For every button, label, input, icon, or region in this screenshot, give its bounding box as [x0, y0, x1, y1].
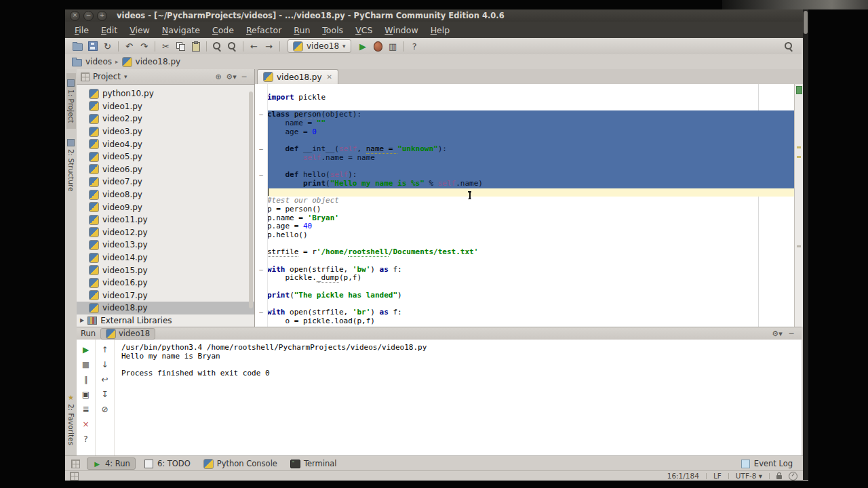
line-ending-indicator[interactable]: LF	[713, 472, 722, 480]
warning-tick[interactable]	[797, 156, 801, 158]
code-line[interactable]: −class person(object):	[255, 110, 803, 119]
window-scrollbar[interactable]	[803, 9, 808, 480]
scrollbar-thumb[interactable]	[804, 11, 808, 34]
synchronize-icon[interactable]: ↻	[100, 39, 115, 53]
encoding-indicator[interactable]: UTF-8 ▾	[736, 472, 762, 480]
strip-tab-1-Project[interactable]: 1: Project	[66, 73, 76, 129]
code-line[interactable]: strfile = r'/home/rootshell/Documents/te…	[255, 248, 803, 257]
titlebar[interactable]: ×−+ videos - [~/PycharmProjects/videos] …	[65, 9, 808, 22]
tree-item-video16-py[interactable]: video16.py	[77, 277, 254, 289]
maximize-button[interactable]: +	[97, 11, 107, 21]
toolwindow-button-Terminal[interactable]: Terminal	[286, 458, 342, 469]
menu-code[interactable]: Code	[206, 23, 240, 37]
tree-item-video2-py[interactable]: video2.py	[77, 113, 254, 125]
debug-icon[interactable]	[371, 39, 385, 53]
code-line[interactable]: age = 0	[255, 128, 803, 137]
menu-navigate[interactable]: Navigate	[156, 23, 206, 37]
menu-help[interactable]: Help	[425, 23, 456, 37]
open-icon[interactable]	[71, 39, 85, 53]
pause-output-icon[interactable]: ∥	[79, 373, 93, 386]
code-line[interactable]: o = pickle.load(p,f)	[255, 317, 803, 326]
tree-item-video5-py[interactable]: video5.py	[77, 150, 254, 163]
forward-icon[interactable]: →	[262, 39, 276, 53]
save-all-icon[interactable]	[85, 39, 100, 53]
soft-wrap-icon[interactable]: ↩	[98, 373, 112, 386]
menu-window[interactable]: Window	[378, 23, 424, 37]
project-tree-scrollbar[interactable]	[249, 92, 253, 308]
back-icon[interactable]: ←	[247, 39, 261, 53]
breadcrumb-videos[interactable]: videos	[72, 57, 112, 66]
tree-item-video4-py[interactable]: video4.py	[77, 138, 254, 150]
menu-run[interactable]: Run	[288, 23, 316, 37]
inspections-profile-icon[interactable]	[789, 472, 797, 481]
tree-item-video14-py[interactable]: video14.py	[77, 251, 254, 264]
tree-item-video11-py[interactable]: video11.py	[77, 214, 254, 226]
run-configuration-select[interactable]: video18 ▾	[288, 39, 351, 53]
close-button[interactable]: ×	[70, 11, 80, 21]
tree-item-video17-py[interactable]: video17.py	[77, 289, 254, 302]
editor-tab-video18[interactable]: video18.py ✕	[257, 69, 338, 84]
tree-item-video3-py[interactable]: video3.py	[77, 125, 254, 138]
code-line[interactable]: print("The pickle has landed")	[255, 291, 803, 300]
tree-item-video18-py[interactable]: video18.py	[77, 302, 254, 314]
fold-marker-icon[interactable]: −	[255, 266, 267, 274]
replace-icon[interactable]	[225, 39, 239, 53]
project-panel-title-group[interactable]: Project ▾	[81, 72, 127, 81]
undo-icon[interactable]: ↶	[122, 39, 136, 53]
project-tree[interactable]: python10.pyvideo1.pyvideo2.pyvideo3.pyvi…	[77, 85, 254, 329]
caret-position[interactable]: 16:1/184	[667, 472, 699, 480]
tree-item-video15-py[interactable]: video15.py	[77, 264, 254, 277]
paste-icon[interactable]	[189, 39, 203, 53]
code-line[interactable]: name = ""	[255, 119, 803, 128]
rerun-icon[interactable]: ▶	[79, 343, 93, 356]
code-line[interactable]: pickle._dump(p,f)	[255, 274, 803, 283]
code-line[interactable]: import pickle	[255, 94, 803, 102]
find-icon[interactable]	[210, 39, 224, 53]
close-icon[interactable]: ×	[79, 418, 93, 430]
fold-marker-icon[interactable]: −	[255, 308, 267, 317]
settings-gear-icon[interactable]: ⚙▾	[225, 70, 237, 83]
strip-tab-2-Favorites[interactable]: ★2: Favorites	[66, 388, 76, 451]
run-icon[interactable]: ▶	[356, 39, 370, 53]
tree-item-video12-py[interactable]: video12.py	[77, 226, 254, 239]
redo-icon[interactable]: ↷	[137, 39, 151, 53]
search-everywhere-icon[interactable]	[782, 39, 796, 53]
tree-item-python10-py[interactable]: python10.py	[77, 87, 254, 100]
up-stack-trace-icon[interactable]: ↑	[98, 343, 112, 356]
coverage-icon[interactable]: ▥	[386, 39, 400, 53]
minimize-icon[interactable]: −	[785, 329, 797, 339]
print-icon[interactable]: ≣	[79, 403, 93, 415]
menu-tools[interactable]: Tools	[316, 23, 349, 37]
tool-window-switcher-icon[interactable]	[68, 457, 83, 470]
hide-panel-icon[interactable]: −	[238, 70, 250, 83]
code-editor[interactable]: import pickle−class person(object): name…	[255, 84, 803, 327]
toolwindow-button-Python-Console[interactable]: Python Console	[199, 458, 282, 469]
close-tab-icon[interactable]: ✕	[327, 73, 332, 81]
error-stripe[interactable]	[794, 84, 803, 327]
tree-item-video9-py[interactable]: video9.py	[77, 201, 254, 214]
toolwindow-button-6-TODO[interactable]: 6: TODO	[140, 458, 195, 469]
code-line[interactable]: #test our object	[255, 197, 803, 205]
tree-item-video1-py[interactable]: video1.py	[77, 100, 254, 113]
tree-item-external-libraries[interactable]: ▶External Libraries	[77, 314, 254, 327]
tree-item-video8-py[interactable]: video8.py	[77, 188, 254, 201]
minimize-button[interactable]: −	[83, 11, 94, 21]
tree-item-video7-py[interactable]: video7.py	[77, 176, 254, 188]
fold-marker-icon[interactable]: −	[255, 145, 267, 154]
statusbar-toggle-icon[interactable]	[69, 472, 79, 480]
stop-icon[interactable]: ■	[79, 358, 93, 371]
code-line[interactable]: p.hello()	[255, 231, 803, 240]
menu-refactor[interactable]: Refactor	[240, 23, 288, 37]
code-line[interactable]: print("Hello my name is %s" % self.name)	[255, 180, 803, 188]
code-line[interactable]: p.age = 40	[255, 222, 803, 231]
tree-item-video6-py[interactable]: video6.py	[77, 163, 254, 176]
menu-view[interactable]: View	[123, 23, 156, 37]
settings-gear-icon[interactable]: ⚙▾	[771, 329, 783, 339]
breadcrumb-video18-py[interactable]: video18.py	[122, 57, 181, 67]
code-line[interactable]: self.name = name	[255, 154, 803, 163]
lock-icon[interactable]	[776, 475, 782, 479]
toolwindow-button-4-Run[interactable]: ▶4: Run	[87, 458, 136, 470]
strip-tab-2-Structure[interactable]: 2: Structure	[66, 133, 76, 197]
warning-tick[interactable]	[797, 245, 801, 247]
scroll-to-end-icon[interactable]: ↧	[98, 388, 112, 401]
